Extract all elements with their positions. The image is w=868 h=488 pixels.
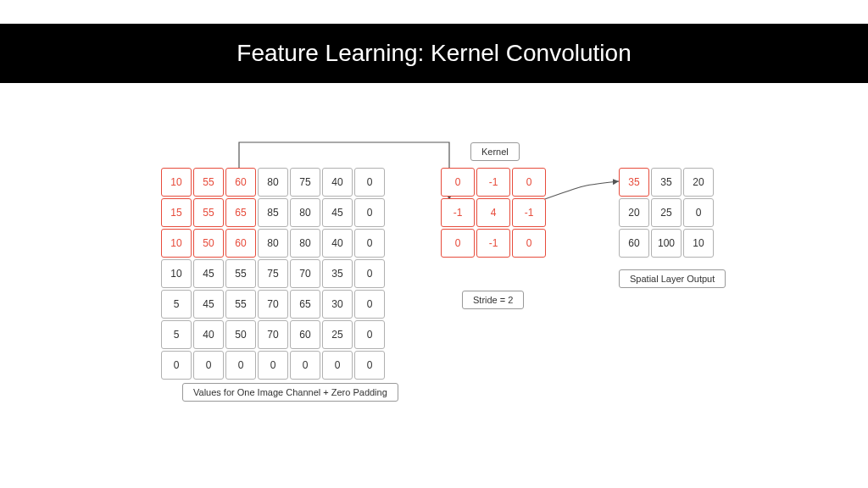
input-cell: 5 (161, 290, 192, 319)
input-cell: 55 (193, 198, 224, 227)
output-cell: 60 (619, 229, 649, 258)
stride-label: Stride = 2 (462, 291, 524, 309)
input-cell: 45 (193, 290, 224, 319)
input-cell: 30 (322, 290, 353, 319)
diagram-stage: 1055608075400155565858045010506080804001… (0, 83, 868, 488)
input-cell: 55 (225, 290, 256, 319)
kernel-cell: 0 (441, 168, 475, 197)
input-cell: 0 (354, 229, 385, 258)
input-cell: 10 (161, 168, 192, 197)
input-grid: 1055608075400155565858045010506080804001… (161, 168, 385, 380)
input-cell: 80 (258, 229, 288, 258)
input-cell: 70 (290, 259, 320, 288)
input-cell: 0 (354, 290, 385, 319)
input-cell: 80 (290, 229, 320, 258)
input-cell: 85 (258, 198, 288, 227)
kernel-grid: 0-10-14-10-10 (441, 168, 546, 258)
kernel-cell: -1 (512, 198, 546, 227)
input-cell: 40 (322, 229, 353, 258)
output-grid: 353520202506010010 (619, 168, 714, 258)
input-cell: 55 (225, 259, 256, 288)
input-cell: 60 (225, 168, 256, 197)
input-cell: 0 (258, 351, 288, 380)
input-cell: 0 (354, 198, 385, 227)
input-cell: 25 (322, 320, 353, 349)
kernel-cell: 4 (476, 198, 510, 227)
title-bar: Feature Learning: Kernel Convolution (0, 24, 868, 83)
input-cell: 50 (225, 320, 256, 349)
kernel-cell: 0 (512, 168, 546, 197)
input-cell: 65 (225, 198, 256, 227)
output-cell: 35 (651, 168, 682, 197)
input-cell: 80 (258, 168, 288, 197)
input-cell: 0 (290, 351, 320, 380)
input-cell: 0 (225, 351, 256, 380)
input-cell: 5 (161, 320, 192, 349)
kernel-cell: 0 (441, 229, 475, 258)
input-cell: 70 (258, 320, 288, 349)
title-text: Feature Learning: Kernel Convolution (236, 40, 631, 67)
output-cell: 10 (683, 229, 714, 258)
input-cell: 65 (290, 290, 320, 319)
kernel-cell: -1 (441, 198, 475, 227)
input-cell: 70 (258, 290, 288, 319)
input-cell: 45 (322, 198, 353, 227)
input-cell: 0 (354, 351, 385, 380)
kernel-cell: 0 (512, 229, 546, 258)
kernel-cell: -1 (476, 168, 510, 197)
input-cell: 35 (322, 259, 353, 288)
input-cell: 40 (322, 168, 353, 197)
connector-arrows (0, 83, 868, 488)
input-cell: 75 (258, 259, 288, 288)
input-cell: 15 (161, 198, 192, 227)
input-cell: 55 (193, 168, 224, 197)
input-cell: 10 (161, 229, 192, 258)
input-label: Values for One Image Channel + Zero Padd… (182, 383, 398, 402)
output-cell: 35 (619, 168, 649, 197)
input-cell: 60 (225, 229, 256, 258)
input-cell: 0 (322, 351, 353, 380)
input-cell: 0 (354, 320, 385, 349)
output-label: Spatial Layer Output (619, 269, 726, 288)
input-cell: 40 (193, 320, 224, 349)
input-cell: 50 (193, 229, 224, 258)
output-cell: 20 (619, 198, 649, 227)
input-cell: 0 (161, 351, 192, 380)
output-cell: 20 (683, 168, 714, 197)
input-cell: 0 (354, 259, 385, 288)
input-cell: 0 (193, 351, 224, 380)
output-cell: 0 (683, 198, 714, 227)
output-cell: 100 (651, 229, 682, 258)
input-cell: 60 (290, 320, 320, 349)
input-cell: 0 (354, 168, 385, 197)
input-cell: 75 (290, 168, 320, 197)
input-cell: 80 (290, 198, 320, 227)
output-cell: 25 (651, 198, 682, 227)
input-cell: 45 (193, 259, 224, 288)
input-cell: 10 (161, 259, 192, 288)
kernel-cell: -1 (476, 229, 510, 258)
kernel-label: Kernel (470, 142, 520, 161)
